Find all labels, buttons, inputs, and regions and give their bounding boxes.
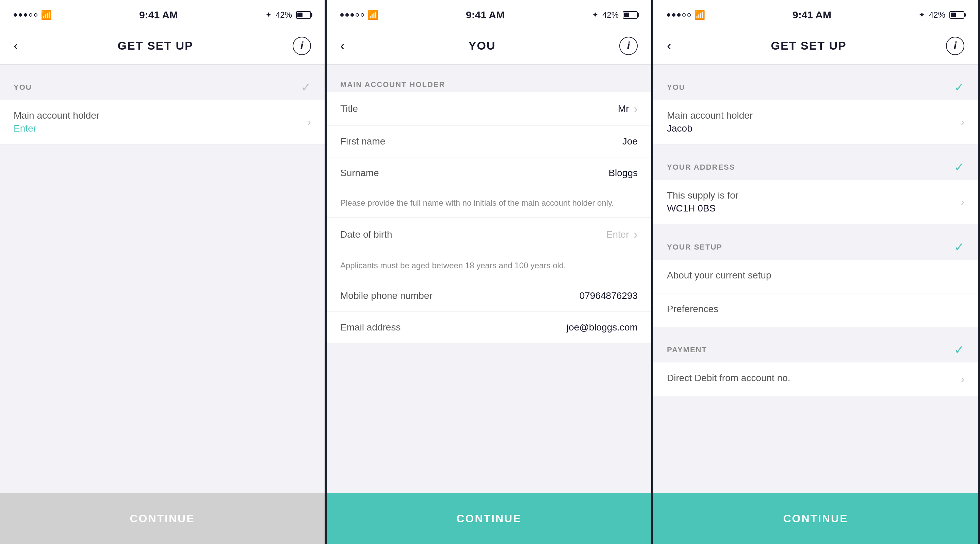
section-header-mah: MAIN ACCOUNT HOLDER (327, 75, 651, 92)
mah-item-3[interactable]: Main account holder Jacob › (653, 100, 978, 144)
field-title[interactable]: Title Mr › (327, 92, 651, 126)
time-display-3: 9:41 AM (792, 9, 831, 21)
status-bar-1: 📶 9:41 AM ✦ 42% (0, 0, 325, 27)
section-header-you-3: YOU ✓ (653, 75, 978, 100)
chevron-dob: › (634, 228, 638, 241)
mah-content-3: Main account holder Jacob (667, 110, 954, 134)
dot5 (34, 13, 37, 17)
section-title-mah: MAIN ACCOUNT HOLDER (340, 80, 445, 89)
address-label-3: This supply is for (667, 190, 954, 201)
field-surname-value: Bloggs (608, 168, 638, 179)
section-title-you-3: YOU (667, 83, 685, 92)
field-title-label: Title (340, 103, 358, 114)
section-you-3: YOU ✓ Main account holder Jacob › (653, 75, 978, 144)
signal-area-3: 📶 (667, 10, 705, 21)
field-dob-label: Date of birth (340, 229, 392, 240)
nav-bar-1: ‹ GET SET UP i (0, 27, 325, 65)
signal-dots-2 (340, 13, 364, 17)
wifi-icon-2: 📶 (368, 10, 379, 21)
chevron-title: › (634, 102, 638, 115)
field-surname-label: Surname (340, 168, 379, 179)
setup-item-2-3[interactable]: Preferences (653, 293, 978, 327)
mah-label-3: Main account holder (667, 110, 954, 121)
section-header-address-3: YOUR ADDRESS ✓ (653, 155, 978, 180)
battery-area-2: ✦ 42% (592, 10, 638, 20)
continue-button-3[interactable]: CONTINUE (653, 493, 978, 544)
info-button-2[interactable]: i (619, 37, 638, 55)
surname-note: Please provide the full name with no ini… (327, 189, 651, 217)
wifi-icon-3: 📶 (694, 10, 705, 21)
section-you-1: YOU ✓ Main account holder Enter › (0, 75, 325, 144)
setup-item-1-3[interactable]: About your current setup (653, 260, 978, 293)
dot3 (24, 13, 27, 17)
address-content-3: This supply is for WC1H 0BS (667, 190, 954, 214)
check-address-3: ✓ (954, 160, 964, 174)
dot2 (19, 13, 22, 17)
main-account-holder-item-1[interactable]: Main account holder Enter › (0, 100, 325, 144)
content-1: YOU ✓ Main account holder Enter › (0, 65, 325, 493)
continue-button-1[interactable]: CONTINUE (0, 493, 325, 544)
info-button-1[interactable]: i (293, 37, 311, 55)
battery-area-3: ✦ 42% (919, 10, 964, 20)
signal-dots (14, 13, 37, 17)
info-button-3[interactable]: i (946, 37, 964, 55)
setup-label-2-3: Preferences (667, 304, 964, 314)
field-phone-label: Mobile phone number (340, 290, 433, 301)
payment-label-3: Direct Debit from account no. (667, 373, 954, 384)
section-setup-3: YOUR SETUP ✓ About your current setup Pr… (653, 235, 978, 327)
list-item-content-1: Main account holder Enter (14, 110, 301, 134)
battery-bar-1 (296, 11, 311, 19)
battery-fill-1 (298, 13, 302, 17)
section-title-payment-3: PAYMENT (667, 346, 707, 354)
battery-pct-1: 42% (275, 10, 292, 20)
setup-content-2-3: Preferences (667, 304, 964, 317)
time-display-1: 9:41 AM (139, 9, 178, 21)
dot1 (14, 13, 17, 17)
nav-title-2: YOU (469, 39, 496, 52)
check-you-3: ✓ (954, 80, 964, 95)
nav-title-3: GET SET UP (771, 39, 846, 52)
bluetooth-icon-2: ✦ (592, 11, 598, 19)
nav-bar-2: ‹ YOU i (327, 27, 651, 65)
section-title-setup-3: YOUR SETUP (667, 243, 722, 252)
payment-item-3[interactable]: Direct Debit from account no. › (653, 362, 978, 396)
address-value-3: WC1H 0BS (667, 203, 954, 214)
field-surname[interactable]: Surname Bloggs (327, 157, 651, 189)
dob-note: Applicants must be aged between 18 years… (327, 251, 651, 280)
signal-area: 📶 (14, 10, 52, 21)
payment-content-3: Direct Debit from account no. (667, 373, 954, 385)
nav-bar-3: ‹ GET SET UP i (653, 27, 978, 65)
bluetooth-icon-3: ✦ (919, 11, 925, 19)
section-header-you-1: YOU ✓ (0, 75, 325, 100)
list-item-label-1: Main account holder (14, 110, 301, 121)
section-payment-3: PAYMENT ✓ Direct Debit from account no. … (653, 337, 978, 396)
field-email[interactable]: Email address joe@bloggs.com (327, 312, 651, 343)
section-address-3: YOUR ADDRESS ✓ This supply is for WC1H 0… (653, 155, 978, 224)
back-button-3[interactable]: ‹ (667, 38, 671, 53)
battery-area-1: ✦ 42% (266, 10, 311, 20)
status-bar-3: 📶 9:41 AM ✦ 42% (653, 0, 978, 27)
check-payment-3: ✓ (954, 343, 964, 357)
battery-pct-3: 42% (929, 10, 945, 20)
battery-pct-2: 42% (602, 10, 619, 20)
check-you-1: ✓ (301, 80, 311, 95)
field-phone-value: 07964876293 (579, 290, 638, 301)
field-dob[interactable]: Date of birth Enter › (327, 217, 651, 251)
bluetooth-icon-1: ✦ (266, 11, 272, 19)
list-item-enter-1: Enter (14, 123, 301, 134)
chevron-mah-3: › (961, 116, 964, 128)
continue-button-2[interactable]: CONTINUE (327, 493, 651, 544)
field-dob-placeholder: Enter › (606, 228, 638, 241)
field-phone[interactable]: Mobile phone number 07964876293 (327, 280, 651, 312)
back-button-2[interactable]: ‹ (340, 38, 345, 53)
check-setup-3: ✓ (954, 240, 964, 254)
battery-bar-2 (623, 11, 638, 19)
field-firstname[interactable]: First name Joe (327, 126, 651, 157)
back-button-1[interactable]: ‹ (14, 38, 18, 53)
signal-dots-3 (667, 13, 691, 17)
mah-value-3: Jacob (667, 123, 954, 134)
status-bar-2: 📶 9:41 AM ✦ 42% (327, 0, 651, 27)
address-item-3[interactable]: This supply is for WC1H 0BS › (653, 180, 978, 224)
screen-2: 📶 9:41 AM ✦ 42% ‹ YOU i MAIN ACCOUNT HOL… (327, 0, 653, 544)
chevron-payment-3: › (961, 373, 964, 385)
